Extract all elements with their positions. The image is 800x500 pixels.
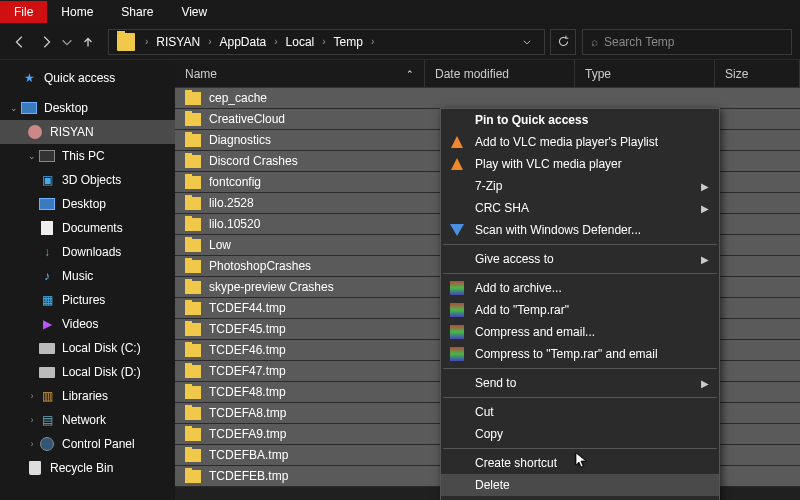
breadcrumb[interactable]: › RISYAN › AppData › Local › Temp › bbox=[108, 29, 545, 55]
ctx-cut[interactable]: Cut bbox=[441, 401, 719, 423]
column-date[interactable]: Date modified bbox=[425, 60, 575, 87]
ctx-vlc-playlist[interactable]: Add to VLC media player's Playlist bbox=[441, 131, 719, 153]
chevron-right-icon: › bbox=[268, 36, 283, 47]
column-size[interactable]: Size bbox=[715, 60, 800, 87]
sidebar-item-recycle-bin[interactable]: Recycle Bin bbox=[0, 456, 175, 480]
sidebar-item-music[interactable]: ♪Music bbox=[0, 264, 175, 288]
file-name: lilo.2528 bbox=[209, 196, 254, 210]
column-type[interactable]: Type bbox=[575, 60, 715, 87]
sidebar-item-disk-c[interactable]: Local Disk (C:) bbox=[0, 336, 175, 360]
ctx-7zip[interactable]: 7-Zip▶ bbox=[441, 175, 719, 197]
submenu-arrow-icon: ▶ bbox=[701, 203, 709, 214]
sidebar-item-quick-access[interactable]: ★Quick access bbox=[0, 66, 175, 90]
recycle-bin-icon bbox=[26, 460, 44, 476]
sidebar-item-control-panel[interactable]: ›Control Panel bbox=[0, 432, 175, 456]
tab-home[interactable]: Home bbox=[47, 1, 107, 23]
sidebar-item-documents[interactable]: Documents bbox=[0, 216, 175, 240]
sidebar-item-libraries[interactable]: ›▥Libraries bbox=[0, 384, 175, 408]
file-name: skype-preview Crashes bbox=[209, 280, 334, 294]
collapse-icon[interactable]: ⌄ bbox=[8, 103, 20, 113]
sidebar-item-desktop[interactable]: ⌄Desktop bbox=[0, 96, 175, 120]
ctx-vlc-play[interactable]: Play with VLC media player bbox=[441, 153, 719, 175]
sidebar-item-this-pc[interactable]: ⌄This PC bbox=[0, 144, 175, 168]
navigation-bar: › RISYAN › AppData › Local › Temp › ⌕ Se… bbox=[0, 24, 800, 60]
up-button[interactable] bbox=[76, 30, 100, 54]
desktop-icon bbox=[38, 196, 56, 212]
ctx-copy[interactable]: Copy bbox=[441, 423, 719, 445]
sidebar: ★Quick access ⌄Desktop RISYAN ⌄This PC ▣… bbox=[0, 60, 175, 500]
tab-share[interactable]: Share bbox=[107, 1, 167, 23]
separator bbox=[443, 368, 717, 369]
folder-icon bbox=[185, 92, 201, 105]
folder-icon bbox=[185, 218, 201, 231]
ctx-compress-temp-email[interactable]: Compress to "Temp.rar" and email bbox=[441, 343, 719, 365]
libraries-icon: ▥ bbox=[38, 388, 56, 404]
file-name: TCDEFA9.tmp bbox=[209, 427, 286, 441]
ctx-add-temp-rar[interactable]: Add to "Temp.rar" bbox=[441, 299, 719, 321]
folder-icon bbox=[185, 176, 201, 189]
chevron-right-icon: › bbox=[202, 36, 217, 47]
folder-icon bbox=[185, 386, 201, 399]
rar-icon bbox=[449, 346, 465, 362]
chevron-down-icon[interactable] bbox=[514, 29, 540, 55]
file-name: TCDEFBA.tmp bbox=[209, 448, 288, 462]
rar-icon bbox=[449, 302, 465, 318]
sidebar-item-desktop2[interactable]: Desktop bbox=[0, 192, 175, 216]
expand-icon[interactable]: › bbox=[26, 415, 38, 425]
sidebar-item-network[interactable]: ›▤Network bbox=[0, 408, 175, 432]
cube-icon: ▣ bbox=[38, 172, 56, 188]
ctx-crc-sha[interactable]: CRC SHA▶ bbox=[441, 197, 719, 219]
ctx-rename[interactable]: Rename bbox=[441, 496, 719, 500]
submenu-arrow-icon: ▶ bbox=[701, 254, 709, 265]
tab-file[interactable]: File bbox=[0, 1, 47, 23]
folder-icon bbox=[185, 134, 201, 147]
collapse-icon[interactable]: ⌄ bbox=[26, 151, 38, 161]
ctx-compress-email[interactable]: Compress and email... bbox=[441, 321, 719, 343]
recent-dropdown[interactable] bbox=[60, 30, 74, 54]
downloads-icon: ↓ bbox=[38, 244, 56, 260]
rar-icon bbox=[449, 324, 465, 340]
expand-icon[interactable]: › bbox=[26, 391, 38, 401]
folder-icon bbox=[185, 470, 201, 483]
forward-button[interactable] bbox=[34, 30, 58, 54]
sidebar-item-3d-objects[interactable]: ▣3D Objects bbox=[0, 168, 175, 192]
column-name[interactable]: Name⌃ bbox=[175, 60, 425, 87]
expand-icon[interactable]: › bbox=[26, 439, 38, 449]
sidebar-item-user[interactable]: RISYAN bbox=[0, 120, 175, 144]
sidebar-item-downloads[interactable]: ↓Downloads bbox=[0, 240, 175, 264]
breadcrumb-item[interactable]: Temp bbox=[332, 35, 365, 49]
file-name: TCDEFEB.tmp bbox=[209, 469, 288, 483]
sidebar-item-videos[interactable]: ▶Videos bbox=[0, 312, 175, 336]
ctx-give-access[interactable]: Give access to▶ bbox=[441, 248, 719, 270]
ctx-delete[interactable]: Delete bbox=[441, 474, 719, 496]
search-input[interactable]: ⌕ Search Temp bbox=[582, 29, 792, 55]
sidebar-item-disk-d[interactable]: Local Disk (D:) bbox=[0, 360, 175, 384]
ctx-pin-quick-access[interactable]: Pin to Quick access bbox=[441, 109, 719, 131]
music-icon: ♪ bbox=[38, 268, 56, 284]
ctx-add-archive[interactable]: Add to archive... bbox=[441, 277, 719, 299]
folder-icon bbox=[185, 344, 201, 357]
file-name: Diagnostics bbox=[209, 133, 271, 147]
videos-icon: ▶ bbox=[38, 316, 56, 332]
tab-view[interactable]: View bbox=[167, 1, 221, 23]
breadcrumb-item[interactable]: AppData bbox=[217, 35, 268, 49]
pc-icon bbox=[38, 148, 56, 164]
chevron-right-icon: › bbox=[316, 36, 331, 47]
mouse-cursor-icon bbox=[575, 452, 591, 471]
search-placeholder: Search Temp bbox=[604, 35, 674, 49]
refresh-button[interactable] bbox=[550, 29, 576, 55]
file-name: TCDEF44.tmp bbox=[209, 301, 286, 315]
sidebar-item-pictures[interactable]: ▦Pictures bbox=[0, 288, 175, 312]
ribbon-tabs: File Home Share View bbox=[0, 0, 800, 24]
ctx-defender[interactable]: Scan with Windows Defender... bbox=[441, 219, 719, 241]
back-button[interactable] bbox=[8, 30, 32, 54]
network-icon: ▤ bbox=[38, 412, 56, 428]
breadcrumb-item[interactable]: RISYAN bbox=[154, 35, 202, 49]
separator bbox=[443, 273, 717, 274]
ctx-send-to[interactable]: Send to▶ bbox=[441, 372, 719, 394]
table-row[interactable]: cep_cache bbox=[175, 88, 800, 109]
folder-icon bbox=[185, 239, 201, 252]
breadcrumb-item[interactable]: Local bbox=[284, 35, 317, 49]
file-name: TCDEF48.tmp bbox=[209, 385, 286, 399]
folder-icon bbox=[117, 33, 135, 51]
